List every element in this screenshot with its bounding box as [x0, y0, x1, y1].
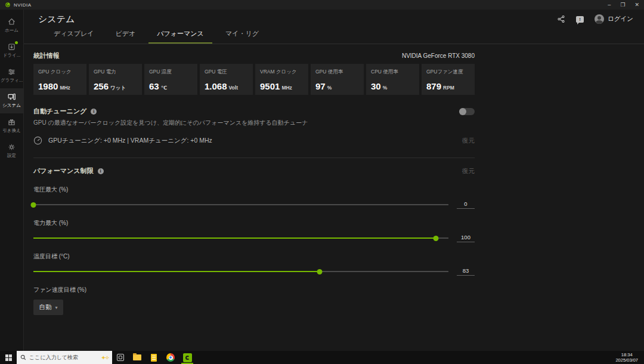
- chrome-button[interactable]: [162, 351, 179, 364]
- sliders-icon: [7, 67, 16, 76]
- info-icon[interactable]: i: [98, 168, 104, 174]
- gear-icon: [7, 143, 16, 152]
- fan-speed-target-label: ファン速度目標 (%): [33, 286, 475, 294]
- minimize-button[interactable]: –: [608, 0, 611, 10]
- sidebar-item-redeem[interactable]: 引き換え: [0, 113, 23, 138]
- file-explorer-button[interactable]: [129, 351, 145, 364]
- page-header: システム ! ログイン: [24, 10, 644, 29]
- sidebar-item-graphics[interactable]: グラフィ...: [0, 63, 23, 88]
- stat-card-gpu-voltage: GPU 電圧 1.068Volt: [200, 64, 253, 95]
- gauge-icon: [33, 136, 42, 145]
- nvidia-app-icon: [183, 353, 192, 362]
- toggle-knob: [459, 108, 466, 115]
- temp-target-label: 温度目標 (°C): [33, 252, 475, 261]
- tuning-status: GPUチューニング: +0 MHz | VRAMチューニング: +0 MHz: [48, 137, 212, 145]
- tab-video[interactable]: ビデオ: [107, 29, 144, 44]
- system-icon: [7, 92, 16, 101]
- task-view-button[interactable]: [112, 351, 129, 364]
- slider-handle[interactable]: [31, 202, 36, 208]
- stat-card-vram-clock: VRAM クロック 9501MHz: [255, 64, 308, 95]
- power-max-label: 電力最大 (%): [33, 219, 475, 227]
- chrome-icon: [166, 353, 175, 362]
- folder-icon: [133, 354, 141, 360]
- auto-tuning-description: GPU の最適なオーバークロック設定を見つけ、定期的にそのパフォーマンスを維持す…: [33, 119, 475, 127]
- sidebar-item-drivers[interactable]: ドライ...: [0, 38, 23, 63]
- performance-limits-restore-button[interactable]: 復元: [462, 167, 475, 175]
- gift-icon: [7, 118, 16, 127]
- slider-track[interactable]: [33, 268, 448, 275]
- fan-speed-dropdown[interactable]: 自動 ▾: [33, 300, 63, 315]
- stat-card-gpu-usage: GPU 使用率 97%: [311, 64, 364, 95]
- task-view-icon: [117, 354, 124, 361]
- gpu-name: NVIDIA GeForce RTX 3080: [402, 53, 475, 59]
- voltage-max-label: 電圧最大 (%): [33, 186, 475, 194]
- stat-card-cpu-usage: CPU 使用率 30%: [366, 64, 419, 95]
- copilot-sparkle-icon: ✦✧: [101, 354, 109, 361]
- power-max-value[interactable]: [457, 234, 475, 242]
- sidebar-item-settings[interactable]: 設定: [0, 138, 23, 164]
- driver-update-badge: [15, 41, 18, 44]
- avatar: [595, 14, 604, 24]
- page-title: システム: [38, 14, 75, 25]
- notes-app-button[interactable]: [145, 351, 162, 364]
- stats-cards: GPU クロック 1980MHz GPU 電力 256ワット GPU 温度 63…: [33, 64, 475, 95]
- sidebar-item-system[interactable]: システム: [0, 88, 23, 113]
- close-button[interactable]: ✕: [634, 0, 639, 10]
- slider-handle[interactable]: [317, 269, 323, 274]
- info-icon[interactable]: i: [91, 109, 97, 115]
- nvidia-app-button[interactable]: [179, 351, 196, 364]
- stat-card-gpu-temp: GPU 温度 63℃: [144, 64, 197, 95]
- app-title: NVIDIA: [14, 2, 32, 8]
- stats-section-title: 統計情報: [33, 51, 60, 60]
- windows-taskbar: ✦✧ 18:34 2025/03/07: [0, 351, 644, 364]
- home-icon: [7, 17, 16, 26]
- stat-card-gpu-power: GPU 電力 256ワット: [89, 64, 142, 95]
- login-button[interactable]: ログイン: [595, 14, 633, 24]
- search-input[interactable]: [29, 354, 98, 360]
- slider-track[interactable]: [33, 201, 448, 208]
- temp-target-slider: [33, 267, 475, 276]
- performance-limits-title: パフォーマンス制限: [33, 166, 94, 175]
- voltage-max-value[interactable]: [457, 200, 475, 209]
- slider-handle[interactable]: [434, 236, 439, 241]
- slider-track[interactable]: [33, 235, 448, 242]
- restore-button[interactable]: ❐: [620, 0, 625, 10]
- share-icon[interactable]: [557, 15, 565, 23]
- tab-display[interactable]: ディスプレイ: [45, 29, 103, 44]
- auto-tuning-title: 自動チューニング: [33, 107, 86, 116]
- section-divider: [33, 158, 475, 158]
- start-button[interactable]: [0, 351, 17, 364]
- tab-performance[interactable]: パフォーマンス: [148, 29, 212, 44]
- search-icon: [20, 354, 26, 360]
- stat-card-gpu-fan-speed: GPUファン速度 879RPM: [422, 64, 475, 95]
- auto-tuning-restore-button[interactable]: 復元: [462, 137, 475, 145]
- nvidia-app-window: NVIDIA – ❐ ✕ ホーム ドライ... グラフィ...: [0, 0, 644, 364]
- taskbar-clock[interactable]: 18:34 2025/03/07: [609, 352, 644, 363]
- temp-target-value[interactable]: [457, 267, 475, 276]
- document-icon: [151, 354, 157, 362]
- nvidia-logo-icon: [5, 2, 11, 8]
- stat-card-gpu-clock: GPU クロック 1980MHz: [33, 64, 86, 95]
- sidebar-item-home[interactable]: ホーム: [0, 13, 23, 38]
- auto-tuning-toggle[interactable]: [459, 108, 475, 115]
- tab-my-rig[interactable]: マイ・リグ: [217, 29, 267, 44]
- voltage-max-slider: [33, 200, 475, 209]
- power-max-slider: [33, 234, 475, 242]
- chevron-down-icon: ▾: [55, 305, 57, 310]
- feedback-icon[interactable]: !: [576, 16, 584, 23]
- sidebar: ホーム ドライ... グラフィ... システム 引き換え 設定: [0, 10, 24, 351]
- titlebar: NVIDIA – ❐ ✕: [0, 0, 644, 10]
- tabbar: ディスプレイ ビデオ パフォーマンス マイ・リグ: [24, 29, 644, 44]
- taskbar-search[interactable]: ✦✧: [17, 351, 112, 364]
- windows-logo-icon: [5, 354, 12, 361]
